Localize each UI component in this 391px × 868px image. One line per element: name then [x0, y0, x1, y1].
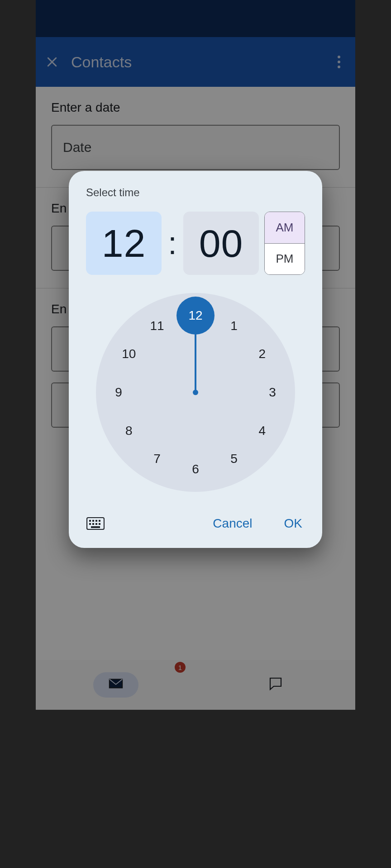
- dialog-actions: Cancel OK: [86, 508, 305, 536]
- keyboard-icon[interactable]: [86, 517, 105, 530]
- cancel-button[interactable]: Cancel: [205, 511, 260, 536]
- minute-display[interactable]: 00: [183, 212, 259, 275]
- svg-rect-2: [92, 520, 94, 522]
- hour-display[interactable]: 12: [86, 212, 162, 275]
- am-option[interactable]: AM: [265, 212, 305, 244]
- clock-face[interactable]: 12 1234567891011: [96, 293, 295, 492]
- time-picker-dialog: Select time 12 : 00 AM PM 12 12345678910…: [69, 171, 322, 548]
- clock-container: 12 1234567891011: [86, 288, 305, 495]
- clock-center: [193, 390, 198, 395]
- clock-num-10[interactable]: 10: [117, 342, 141, 366]
- svg-rect-1: [89, 520, 91, 522]
- svg-rect-9: [91, 526, 100, 528]
- pm-option[interactable]: PM: [265, 244, 305, 275]
- clock-num-6[interactable]: 6: [184, 458, 207, 481]
- clock-num-2[interactable]: 2: [250, 342, 274, 366]
- modal-overlay[interactable]: Select time 12 : 00 AM PM 12 12345678910…: [36, 0, 355, 710]
- clock-num-11[interactable]: 11: [145, 314, 169, 338]
- time-display-row: 12 : 00 AM PM: [86, 212, 305, 275]
- clock-num-7[interactable]: 7: [145, 447, 169, 471]
- svg-rect-3: [95, 520, 97, 522]
- clock-num-9[interactable]: 9: [107, 381, 130, 404]
- time-separator: :: [167, 225, 178, 261]
- clock-num-5[interactable]: 5: [222, 447, 246, 471]
- svg-rect-6: [92, 523, 94, 525]
- svg-rect-8: [99, 523, 100, 525]
- clock-num-8[interactable]: 8: [117, 419, 141, 443]
- svg-rect-5: [89, 523, 91, 525]
- svg-rect-7: [95, 523, 97, 525]
- dialog-title: Select time: [86, 186, 305, 199]
- ok-button[interactable]: OK: [272, 511, 305, 536]
- clock-num-3[interactable]: 3: [261, 381, 284, 404]
- clock-num-1[interactable]: 1: [222, 314, 246, 338]
- clock-num-12[interactable]: [184, 304, 207, 327]
- svg-rect-4: [99, 520, 100, 522]
- clock-num-4[interactable]: 4: [250, 419, 274, 443]
- ampm-toggle: AM PM: [264, 212, 305, 275]
